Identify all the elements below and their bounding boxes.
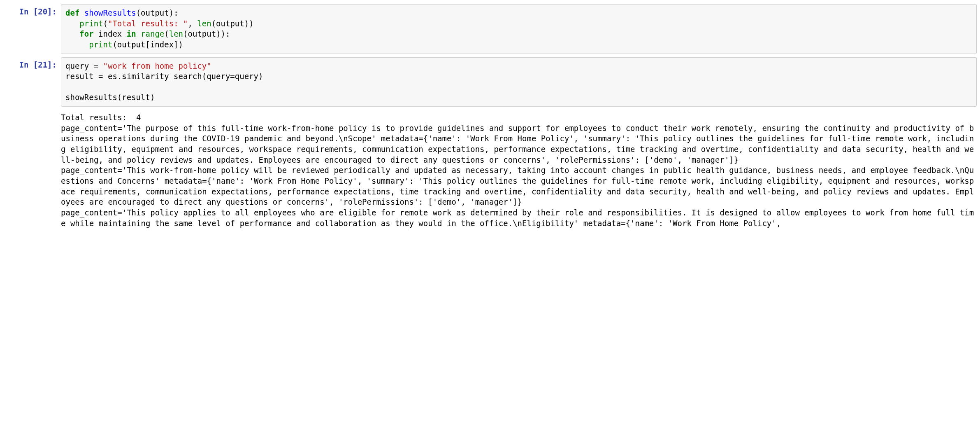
function-name: showResults xyxy=(84,8,136,17)
string-literal: "work from home policy" xyxy=(103,61,211,70)
code-text: query xyxy=(65,61,94,70)
cell-body: query = "work from home policy" result =… xyxy=(61,57,977,107)
code-cell-21: In [21]: query = "work from home policy"… xyxy=(3,57,977,107)
operator: = xyxy=(94,61,98,70)
input-prompt: In [20]: xyxy=(3,4,61,17)
code-text: ( xyxy=(103,19,108,28)
code-text: (output)): xyxy=(183,29,230,38)
builtin-print: print xyxy=(79,19,103,28)
input-prompt: In [21]: xyxy=(3,57,61,70)
code-text: showResults(result) xyxy=(65,93,155,102)
code-text xyxy=(98,61,103,70)
code-text xyxy=(136,29,141,38)
builtin-range: range xyxy=(141,29,164,38)
builtin-len: len xyxy=(169,29,183,38)
cell-body: Total results: 4 page_content='The purpo… xyxy=(61,110,977,229)
builtin-len: len xyxy=(197,19,211,28)
keyword-for: for xyxy=(79,29,93,38)
cell-body: def showResults(output): print("Total re… xyxy=(61,4,977,54)
builtin-print: print xyxy=(89,40,112,49)
code-text: , xyxy=(188,19,197,28)
code-text: (output): xyxy=(136,8,179,17)
stdout-output: Total results: 4 page_content='The purpo… xyxy=(61,110,977,229)
code-editor[interactable]: def showResults(output): print("Total re… xyxy=(61,4,977,54)
code-text: (output[index]) xyxy=(112,40,183,49)
keyword-def: def xyxy=(65,8,79,17)
code-text: ( xyxy=(164,29,169,38)
string-literal: "Total results: " xyxy=(108,19,188,28)
keyword-in: in xyxy=(127,29,136,38)
code-text: result = es.similarity_search(query=quer… xyxy=(65,72,263,81)
code-text: (output)) xyxy=(211,19,254,28)
code-cell-20: In [20]: def showResults(output): print(… xyxy=(3,4,977,54)
code-text: index xyxy=(94,29,127,38)
output-cell-21: Out[ ]: Total results: 4 page_content='T… xyxy=(3,110,977,229)
code-editor[interactable]: query = "work from home policy" result =… xyxy=(61,57,977,107)
